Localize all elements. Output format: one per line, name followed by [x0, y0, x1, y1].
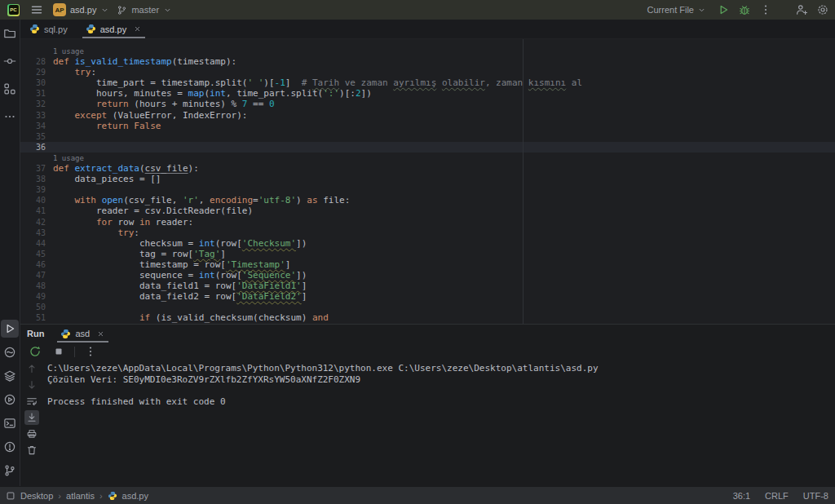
debug-button[interactable] [736, 2, 753, 18]
code-text: def extract_data(csv_file): [46, 163, 199, 174]
usage-hint[interactable]: 1 usage [53, 154, 84, 162]
more-vertical-icon [759, 3, 772, 16]
close-run-tab-icon[interactable] [95, 329, 105, 338]
soft-wrap-button[interactable] [24, 394, 39, 409]
code-line[interactable]: 50 [20, 302, 835, 312]
printer-button[interactable] [24, 427, 39, 441]
code-line[interactable]: 1 usage [20, 46, 835, 56]
arrow-down-button[interactable] [24, 378, 39, 392]
code-line[interactable]: 30 time_part = timestamp.split(' ')[-1] … [20, 77, 835, 88]
console-output[interactable]: C:\Users\zeze\AppData\Local\Programs\Pyt… [42, 360, 835, 486]
code-line[interactable]: 43 try: [20, 228, 835, 238]
stop-icon [52, 345, 65, 358]
code-line[interactable]: 28def is_valid_timestamp(timestamp): [20, 56, 835, 67]
tool-button-terminal[interactable] [1, 414, 19, 432]
code-line[interactable]: 1 usage [20, 153, 835, 163]
tool-button-python-packages[interactable] [1, 343, 19, 361]
code-line[interactable]: 49 data_field2 = row['DataField2'] [20, 291, 835, 302]
arrow-up-button[interactable] [24, 361, 39, 376]
breadcrumb-separator: › [99, 491, 103, 501]
code-text [46, 131, 53, 142]
arrow-down-icon [26, 379, 38, 391]
code-text: 1 usage [46, 46, 84, 56]
trash-button[interactable] [24, 443, 39, 458]
code-text: data_pieces = [] [46, 174, 161, 184]
code-line[interactable]: 37def extract_data(csv_file): [20, 163, 835, 174]
tool-button-structure[interactable] [1, 80, 19, 98]
project-run-file-widget[interactable]: AP asd.py [53, 3, 109, 16]
code-line[interactable]: 42 for row in reader: [20, 217, 835, 228]
code-text: try: [46, 228, 139, 238]
rerun-button[interactable] [27, 343, 43, 360]
tool-button-services[interactable] [1, 367, 19, 385]
project-folder-icon [3, 27, 16, 40]
stop-button[interactable] [51, 343, 67, 360]
branch-widget[interactable]: master [117, 5, 172, 15]
code-line[interactable]: 38 data_pieces = [] [20, 174, 835, 184]
pycharm-logo-text: PC [9, 5, 19, 15]
person-add-button[interactable] [793, 2, 811, 18]
tool-button-branch[interactable] [1, 462, 19, 480]
run-play-icon [717, 3, 730, 16]
code-editor[interactable]: 1 usage28def is_valid_timestamp(timestam… [20, 39, 835, 324]
line-separator[interactable]: CRLF [765, 491, 789, 501]
code-line[interactable]: 51 if (is_valid_checksum(checksum) and [20, 312, 835, 323]
code-line[interactable]: 32 return (hours + minutes) % 7 == 0 [20, 99, 835, 109]
code-line[interactable]: 36 [20, 142, 835, 153]
run-button[interactable] [714, 2, 732, 18]
code-line[interactable]: 48 data_field1 = row['DataField1'] [20, 281, 835, 291]
code-line[interactable]: 46 timestamp = row['Timestamp'] [20, 259, 835, 270]
tool-button-problems[interactable] [1, 438, 19, 456]
code-line[interactable]: 29 try: [20, 67, 835, 77]
code-line[interactable]: 35 [20, 131, 835, 142]
arrow-up-icon [26, 363, 38, 374]
code-line[interactable]: 34 return False [20, 121, 835, 131]
line-number: 29 [20, 67, 46, 77]
line-number: 46 [20, 259, 46, 270]
line-number: 31 [20, 88, 46, 99]
code-line[interactable]: 33 except (ValueError, IndexError): [20, 110, 835, 121]
close-tab-icon[interactable] [132, 24, 142, 34]
tool-button-commit[interactable] [1, 52, 19, 70]
line-number: 36 [20, 142, 46, 153]
settings-button[interactable] [814, 2, 832, 18]
code-line[interactable]: 40 with open(csv_file, 'r', encoding='ut… [20, 195, 835, 206]
editor-tab-sql.py[interactable]: sql.py [20, 20, 77, 38]
tool-button-more[interactable] [1, 108, 19, 126]
code-line[interactable]: 45 tag = row['Tag'] [20, 249, 835, 259]
run-tab-asd[interactable]: asd [54, 325, 112, 343]
line-number: 49 [20, 291, 46, 302]
code-line[interactable]: 44 checksum = int(row['Checksum']) [20, 238, 835, 249]
code-text [46, 184, 53, 195]
code-line[interactable]: 39 [20, 184, 835, 195]
code-text [46, 142, 53, 153]
more-v-button[interactable] [82, 343, 99, 360]
tool-button-run[interactable] [1, 320, 19, 338]
editor-tab-asd.py[interactable]: asd.py [77, 20, 151, 38]
code-line[interactable]: 31 hours, minutes = map(int, time_part.s… [20, 88, 835, 99]
tool-button-project-folder[interactable] [1, 24, 19, 42]
more-actions-button[interactable] [757, 2, 775, 18]
code-line[interactable]: 41 reader = csv.DictReader(file) [20, 206, 835, 216]
breadcrumb-atlantis[interactable]: atlantis [66, 491, 95, 501]
code-text: for row in reader: [46, 217, 193, 228]
status-widgets: 36:1 CRLF UTF-8 [733, 491, 828, 501]
caret-position[interactable]: 36:1 [733, 491, 750, 501]
run-config-selector[interactable]: Current File [647, 5, 706, 15]
line-number: 28 [20, 56, 46, 67]
python-file-icon [86, 24, 96, 34]
breadcrumb-desktop[interactable]: Desktop [20, 491, 53, 501]
main-menu-button[interactable] [28, 2, 46, 18]
file-encoding[interactable]: UTF-8 [803, 491, 828, 501]
code-text: if (is_valid_checksum(checksum) and [46, 312, 329, 323]
code-line[interactable]: 47 sequence = int(row['Sequence']) [20, 270, 835, 281]
usage-hint[interactable]: 1 usage [53, 47, 84, 55]
line-number: 43 [20, 228, 46, 238]
breadcrumb: Desktop › atlantis › asd.py [6, 491, 148, 501]
breadcrumb-file[interactable]: asd.py [122, 491, 148, 501]
close-icon [134, 25, 141, 33]
line-number: 39 [20, 184, 46, 195]
console-toolbar [20, 360, 42, 486]
tool-button-python-console[interactable] [1, 391, 19, 409]
scroll-end-button[interactable] [24, 410, 39, 425]
